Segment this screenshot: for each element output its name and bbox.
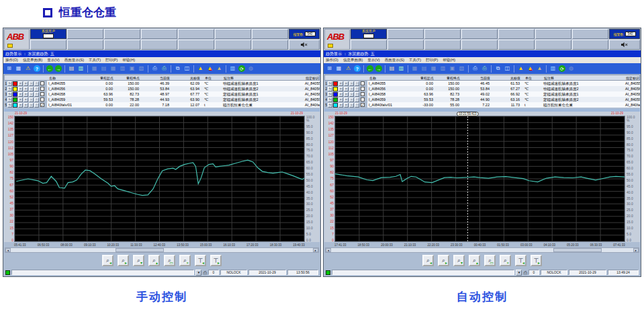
status-dropdown-button[interactable]: ▾: [516, 270, 522, 276]
menu-operate[interactable]: 操作(O): [326, 58, 338, 63]
display-mode-icon[interactable]: ▦: [14, 65, 23, 73]
menu-help[interactable]: 帮助(H): [122, 58, 135, 63]
trend-table-icon[interactable]: ⊞: [325, 65, 334, 73]
report-icon[interactable]: ▥: [549, 65, 557, 73]
curve-style-button[interactable]: ∿: [328, 92, 332, 97]
move-down-button[interactable]: ↓: [29, 103, 34, 108]
trend-plot[interactable]: [334, 116, 625, 242]
color-swatch[interactable]: [13, 92, 17, 97]
scale-zoom-out-button[interactable]: ⌕: [344, 87, 349, 91]
print-export-icon[interactable]: ⎙: [160, 65, 169, 73]
display-mode-icon[interactable]: ▦: [334, 65, 343, 73]
table-row[interactable]: 3∿⌕⌕↓↑I_AI8405863.9682.7348.9767.77℃定辊减速…: [4, 91, 320, 97]
scale-zoom-out-button[interactable]: ⌕: [24, 103, 28, 108]
scale-zoom-out-button[interactable]: ⌕: [24, 92, 28, 97]
notepad-icon[interactable]: ▥: [397, 65, 406, 73]
row-visible-checkbox[interactable]: [361, 87, 365, 91]
alarm-list-icon[interactable]: ▲: [196, 65, 205, 73]
table-row[interactable]: 3∿⌕⌕↓↑I_AI8405863.9682.7349.0266.92℃定辊减速…: [324, 91, 640, 97]
time-range-back-button[interactable]: ⊤◂: [515, 255, 526, 266]
move-down-button[interactable]: ↓: [349, 87, 354, 91]
row-visible-checkbox[interactable]: [361, 81, 365, 85]
list-view-icon[interactable]: ▥: [439, 65, 447, 73]
system-help-icon[interactable]: ?: [34, 65, 40, 72]
row-visible-checkbox[interactable]: [40, 97, 44, 102]
nav-back-icon[interactable]: ←: [367, 65, 373, 72]
scroll-left-arrow[interactable]: ◂: [326, 248, 331, 252]
alarm-silence-icon[interactable]: ▲: [215, 65, 224, 73]
move-up-button[interactable]: ↑: [355, 103, 359, 108]
alarm-ack-icon[interactable]: ▲: [205, 65, 214, 73]
time-range-forward-button[interactable]: ⊤▸: [210, 255, 222, 266]
color-swatch[interactable]: [333, 81, 338, 86]
time-scrollbar[interactable]: ◂ ▸: [325, 247, 639, 253]
print-icon[interactable]: ⎙: [150, 65, 159, 73]
menu-help[interactable]: 帮助(H): [443, 58, 455, 63]
scale-zoom-out-button[interactable]: ⌕: [24, 87, 28, 91]
scroll-right-arrow[interactable]: ▸: [313, 248, 318, 252]
chart-view-icon[interactable]: ▧: [457, 65, 466, 73]
time-range-back-button[interactable]: ⊤◂: [195, 255, 206, 266]
color-swatch[interactable]: [13, 81, 17, 86]
tile-windows-icon[interactable]: ◫: [503, 65, 512, 73]
move-up-button[interactable]: ↑: [34, 103, 39, 108]
move-down-button[interactable]: ↓: [349, 92, 354, 97]
zoom-area-button[interactable]: ⌕▭: [484, 255, 496, 266]
move-up-button[interactable]: ↑: [34, 92, 39, 97]
curve-style-button[interactable]: ∿: [328, 103, 332, 108]
time-scrollbar[interactable]: ◂ ▸: [5, 247, 319, 253]
time-range-forward-button[interactable]: ⊤▸: [531, 255, 542, 266]
zoom-reset-button[interactable]: ⌕×: [500, 255, 511, 266]
scale-zoom-in-button[interactable]: ⌕: [18, 87, 23, 91]
color-swatch[interactable]: [13, 87, 17, 91]
menu-print[interactable]: 打印(P): [105, 58, 118, 63]
table-row[interactable]: 2∿⌕⌕↓↑I_AI840560.00150.0053.8467.27℃动辊减速…: [324, 86, 640, 91]
alarm-ack-icon[interactable]: ▲: [526, 65, 535, 73]
grid-view-icon[interactable]: ▦: [109, 65, 118, 73]
zoom-out-y-button[interactable]: ⌕▾: [453, 255, 465, 266]
move-up-button[interactable]: ↑: [355, 81, 359, 86]
move-up-button[interactable]: ↑: [34, 87, 39, 91]
table-row[interactable]: 1∿⌕⌕↓↑I_AI840550.00150.0046.4561.53℃动辊减速…: [324, 81, 640, 86]
tile-windows-icon[interactable]: ◫: [183, 65, 191, 73]
move-down-button[interactable]: ↓: [349, 81, 354, 86]
calendar-view-icon[interactable]: ▤: [420, 65, 428, 73]
move-up-button[interactable]: ↑: [355, 97, 359, 102]
report-icon[interactable]: ▥: [228, 65, 237, 73]
move-down-button[interactable]: ↓: [29, 81, 34, 86]
zoom-out-x-button[interactable]: ⌕◂: [422, 255, 434, 266]
move-down-button[interactable]: ↓: [29, 87, 34, 91]
zoom-in-y-button[interactable]: ⌕▴: [469, 255, 480, 266]
color-swatch[interactable]: [333, 87, 338, 91]
curve-style-button[interactable]: ∿: [328, 97, 332, 102]
scale-zoom-out-button[interactable]: ⌕: [344, 81, 349, 86]
notebook-icon[interactable]: ▤: [67, 65, 76, 73]
color-swatch[interactable]: [13, 103, 17, 108]
curve-style-button[interactable]: ∿: [328, 87, 332, 91]
move-up-button[interactable]: ↑: [34, 81, 39, 86]
scale-zoom-out-button[interactable]: ⌕: [344, 103, 349, 108]
menu-view[interactable]: 显示(V): [367, 58, 379, 63]
alarm-list-icon[interactable]: ▲: [516, 65, 525, 73]
trend-table-icon[interactable]: ⊞: [5, 65, 13, 73]
zoom-out-y-button[interactable]: ⌕▾: [133, 255, 144, 266]
status-dropdown-button[interactable]: ▾: [195, 270, 201, 276]
zoom-in-y-button[interactable]: ⌕▴: [148, 255, 160, 266]
alarm-mute-button[interactable]: [289, 40, 320, 50]
zoom-area-button[interactable]: ⌕▭: [164, 255, 175, 266]
alarm-silence-icon[interactable]: ▲: [535, 65, 544, 73]
scale-zoom-in-button[interactable]: ⌕: [338, 81, 343, 86]
notepad-icon[interactable]: ▥: [77, 65, 85, 73]
table-view-icon[interactable]: ▦: [90, 65, 99, 73]
move-down-button[interactable]: ↓: [349, 97, 354, 102]
zoom-in-x-button[interactable]: ⌕▸: [438, 255, 449, 266]
zoom-reset-button[interactable]: ⌕×: [179, 255, 191, 266]
color-swatch[interactable]: [333, 103, 338, 108]
nav-back-icon[interactable]: ←: [46, 65, 53, 72]
list-view-icon[interactable]: ▥: [118, 65, 127, 73]
box-view-icon[interactable]: ▣: [128, 65, 136, 73]
menu-screen-display[interactable]: 画面显示(S): [64, 58, 84, 63]
row-visible-checkbox[interactable]: [40, 81, 44, 85]
menu-print[interactable]: 打印(P): [426, 58, 438, 63]
scale-zoom-in-button[interactable]: ⌕: [18, 81, 23, 86]
